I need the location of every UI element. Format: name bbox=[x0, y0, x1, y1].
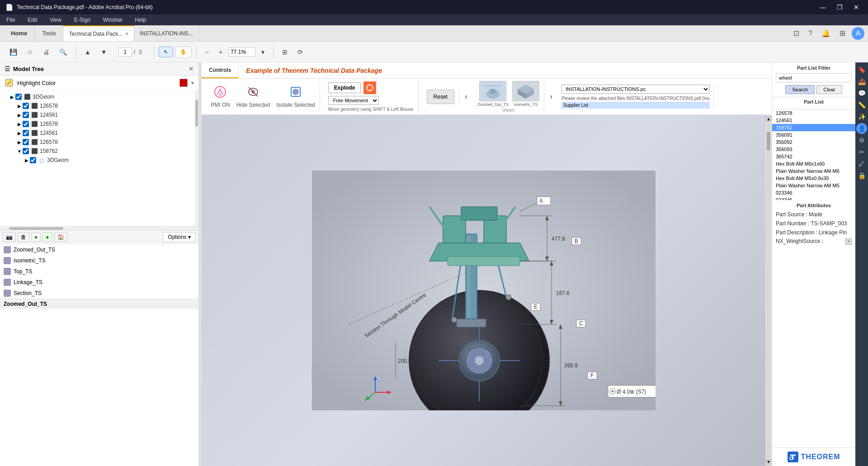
scene-item-section[interactable]: Section_TS bbox=[0, 288, 198, 299]
part-item-023346[interactable]: 023346 bbox=[772, 189, 855, 196]
tree-expand-126578-1[interactable]: ▶ bbox=[16, 104, 23, 109]
hand-mode-button[interactable]: ✋ bbox=[175, 47, 192, 57]
sidebar-settings-button[interactable]: ⚙ bbox=[856, 135, 867, 146]
tree-scrollbar-v[interactable] bbox=[195, 90, 198, 226]
title-bar-controls[interactable]: — ❐ ✕ bbox=[816, 3, 863, 12]
hide-selected-button[interactable]: Hide Selected bbox=[235, 84, 272, 110]
sidebar-enhance-button[interactable]: ✨ bbox=[856, 111, 867, 122]
tree-check-3dgeom[interactable] bbox=[15, 94, 22, 100]
doc-select[interactable]: INSTALLATION-INSTRUCTIONS.pc bbox=[561, 85, 710, 94]
tree-scroll-thumb-h[interactable] bbox=[9, 227, 63, 230]
tab-document[interactable]: Technical Data Pack... × bbox=[63, 25, 134, 41]
tab-home[interactable]: Home bbox=[4, 25, 35, 41]
part-item-023345[interactable]: 023345 bbox=[772, 196, 855, 200]
scene-item-linkage[interactable]: Linkage_TS bbox=[0, 277, 198, 288]
scene-item-isometric[interactable]: Isometric_TS bbox=[0, 255, 198, 266]
isolate-selected-button[interactable]: Isolate Selected bbox=[274, 84, 316, 110]
menu-window[interactable]: Window bbox=[100, 16, 125, 24]
tree-item-124561-2[interactable]: ▶ ⬛ 124561 bbox=[0, 128, 198, 138]
tree-check-3dgeom-child[interactable] bbox=[30, 157, 36, 163]
sidebar-measure-button[interactable]: 📏 bbox=[856, 100, 867, 110]
sidebar-protect-button[interactable]: 🔒 bbox=[856, 170, 867, 181]
help-button[interactable]: ? bbox=[806, 29, 815, 38]
highlight-color-box[interactable] bbox=[179, 79, 188, 87]
reset-button[interactable]: Reset bbox=[427, 90, 454, 104]
doc-supplier-link[interactable]: Supplier List bbox=[561, 102, 710, 109]
part-item-356091[interactable]: 356091 bbox=[772, 131, 855, 138]
tab-document-close[interactable]: × bbox=[125, 31, 128, 37]
tree-expand-158762[interactable]: ▼ bbox=[16, 149, 23, 154]
part-item-124561[interactable]: 124561 bbox=[772, 117, 855, 124]
highlight-color-dropdown[interactable]: ▾ bbox=[191, 80, 194, 86]
tree-item-124561-1[interactable]: ▶ ⬛ 124561 bbox=[0, 110, 198, 119]
tree-expand-124561-1[interactable]: ▶ bbox=[16, 113, 23, 118]
prev-page-button[interactable]: ▲ bbox=[80, 46, 95, 58]
scene-item-top[interactable]: Top_TS bbox=[0, 266, 198, 277]
screenshot-button[interactable]: 📷 bbox=[3, 232, 16, 242]
controls-tab[interactable]: Controls bbox=[202, 62, 239, 78]
sidebar-fill-button[interactable]: 🖊 bbox=[856, 158, 867, 169]
tree-scroll-thumb-v[interactable] bbox=[195, 100, 198, 127]
save-toolbar-button[interactable]: 💾 bbox=[5, 46, 21, 58]
part-item-plain-washer-m6[interactable]: Plain Washer Narrow AM M6 bbox=[772, 167, 855, 175]
tree-check-126578-2[interactable] bbox=[23, 121, 29, 127]
close-button[interactable]: ✕ bbox=[850, 3, 863, 12]
tree-expand-126578-3[interactable]: ▶ bbox=[16, 140, 23, 145]
tree-expand-124561-2[interactable]: ▶ bbox=[16, 131, 23, 136]
sidebar-share-button[interactable]: 📤 bbox=[856, 76, 867, 87]
explode-icon-button[interactable] bbox=[363, 81, 376, 94]
tree-item-126578-2[interactable]: ▶ ⬛ 126578 bbox=[0, 119, 198, 128]
menu-edit[interactable]: Edit bbox=[25, 16, 40, 24]
sidebar-edit-button[interactable]: ✏ bbox=[856, 147, 867, 157]
tree-check-126578-1[interactable] bbox=[23, 103, 29, 109]
next-page-button[interactable]: ▼ bbox=[97, 46, 111, 58]
cursor-mode-button[interactable]: ↖ bbox=[159, 47, 173, 57]
tree-item-126578-1[interactable]: ▶ ⬛ 126578 bbox=[0, 101, 198, 110]
bookmark-button[interactable]: ☆ bbox=[23, 46, 37, 58]
scrollbar-down-button[interactable]: ▼ bbox=[765, 459, 772, 465]
tree-item-126578-3[interactable]: ▶ ⬛ 126578 bbox=[0, 138, 198, 147]
tree-item-3dgeom[interactable]: ▶ ⬛ 3DGeom bbox=[0, 92, 198, 101]
menu-help[interactable]: Help bbox=[132, 16, 149, 24]
tree-item-3dgeom-child[interactable]: ▶ ◻ 3DGeom bbox=[0, 156, 198, 165]
attr-note-button[interactable]: + bbox=[845, 238, 852, 245]
minimize-button[interactable]: — bbox=[816, 3, 830, 12]
view-thumb-zoomed-out[interactable]: Zoomed_Out_TS bbox=[477, 81, 509, 107]
part-item-356093[interactable]: 356093 bbox=[772, 146, 855, 153]
menu-file[interactable]: File bbox=[4, 16, 18, 24]
part-item-356092[interactable]: 356092 bbox=[772, 138, 855, 146]
scrollbar-up-button[interactable]: ▲ bbox=[765, 116, 772, 122]
scene-item-zoomed-out[interactable]: Zoomed_Out_TS bbox=[0, 244, 198, 255]
search-toolbar-button[interactable]: 🔍 bbox=[55, 46, 71, 58]
tree-check-158762[interactable] bbox=[23, 148, 29, 154]
sidebar-user-button[interactable]: 👤 bbox=[856, 123, 867, 134]
zoom-in-button[interactable]: + bbox=[215, 46, 226, 58]
add-green1-button[interactable]: ● bbox=[31, 232, 41, 242]
options-button[interactable]: Options ▾ bbox=[163, 232, 196, 242]
print-button[interactable]: 🖨 bbox=[39, 46, 53, 58]
free-movement-select[interactable]: Free Movement bbox=[328, 96, 379, 105]
part-item-plain-washer-m5[interactable]: Plain Washer Narrow AM M5 bbox=[772, 182, 855, 189]
tree-expand-126578-2[interactable]: ▶ bbox=[16, 122, 23, 127]
tree-scrollbar-h[interactable] bbox=[0, 226, 198, 230]
viewer-area[interactable]: Section Through Model Centre bbox=[202, 115, 765, 466]
scan-button[interactable]: ⊡ bbox=[791, 28, 802, 38]
views-prev-button[interactable]: ‹ bbox=[463, 90, 469, 103]
views-next-button[interactable]: › bbox=[548, 90, 554, 103]
part-list-filter-input[interactable] bbox=[776, 73, 852, 82]
fit-page-button[interactable]: ⊞ bbox=[278, 46, 292, 58]
view-thumb-isometric[interactable]: Isometric_TS bbox=[512, 81, 539, 107]
tree-check-126578-3[interactable] bbox=[23, 139, 29, 145]
part-item-hex-bolt-m5[interactable]: Hex Bolt AM M5x0.8x30 bbox=[772, 175, 855, 182]
avatar-button[interactable]: A bbox=[852, 27, 864, 40]
sidebar-comment-button[interactable]: 💬 bbox=[856, 88, 867, 99]
tree-check-124561-2[interactable] bbox=[23, 130, 29, 136]
notifications-button[interactable]: 🔔 bbox=[819, 28, 833, 38]
pmi-on-button[interactable]: PMI ON bbox=[209, 84, 232, 110]
scrollbar-track[interactable] bbox=[766, 123, 771, 458]
scrollbar-thumb[interactable] bbox=[767, 132, 770, 150]
zoom-dropdown-button[interactable]: ▾ bbox=[257, 46, 269, 58]
rotate-button[interactable]: ⟳ bbox=[293, 46, 307, 58]
part-item-365742[interactable]: 365742 bbox=[772, 153, 855, 160]
home-panel-button[interactable]: 🏠 bbox=[54, 232, 67, 242]
